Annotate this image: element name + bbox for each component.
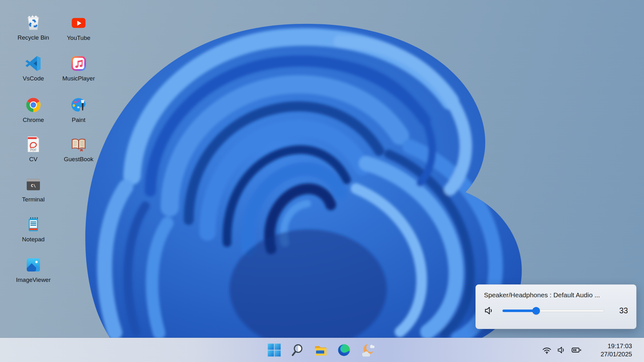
system-tray: 19:17:03 27/01/2025 <box>542 338 644 362</box>
clock-date: 27/01/2025 <box>601 350 632 358</box>
icon-label: Paint <box>72 117 85 123</box>
icon-label: VsCode <box>23 75 44 82</box>
icon-label: Terminal <box>22 196 45 203</box>
icon-label: ImageViewer <box>16 277 51 283</box>
volume-slider-fill <box>502 310 536 312</box>
recycle-bin-icon <box>25 14 42 31</box>
pdf-document-icon: PDF <box>25 135 42 153</box>
pdf-label: PDF <box>30 148 36 152</box>
speaker-low-icon[interactable] <box>484 305 494 316</box>
terminal-prompt-text: C\ <box>31 183 36 188</box>
desktop: Recycle Bin VsCode Chrome PDF CV <box>0 0 644 362</box>
desktop-icon-cv[interactable]: PDF CV <box>11 135 56 163</box>
file-explorer-button[interactable] <box>313 343 328 358</box>
volume-flyout-title: Speaker/Headphones : Default Audio ... <box>484 291 628 299</box>
chrome-icon <box>25 96 42 114</box>
icon-label: Chrome <box>23 117 44 123</box>
desktop-icon-youtube[interactable]: YouTube <box>56 14 101 41</box>
paint-icon <box>70 96 87 114</box>
notepad-icon <box>25 216 42 233</box>
volume-slider-thumb[interactable] <box>532 307 540 315</box>
icon-label: Recycle Bin <box>18 35 49 41</box>
wifi-icon[interactable] <box>542 346 552 354</box>
volume-flyout: Speaker/Headphones : Default Audio ... 3… <box>475 284 636 329</box>
start-button[interactable] <box>267 343 282 358</box>
desktop-icon-guestbook[interactable]: GuestBook <box>56 135 101 163</box>
edge-button[interactable] <box>336 343 352 358</box>
guestbook-icon <box>70 135 87 153</box>
icon-label: YouTube <box>67 35 91 41</box>
icon-label: GuestBook <box>64 156 93 163</box>
desktop-icon-paint[interactable]: Paint <box>56 96 101 123</box>
desktop-icon-vscode[interactable]: VsCode <box>11 55 56 82</box>
clock-time: 19:17:03 <box>601 342 632 350</box>
volume-icon[interactable] <box>557 346 567 354</box>
desktop-icon-imageviewer[interactable]: ImageViewer <box>11 256 56 283</box>
search-button[interactable] <box>290 343 305 358</box>
volume-value: 33 <box>615 306 628 315</box>
taskbar-center <box>267 338 375 362</box>
volume-slider[interactable] <box>502 307 604 315</box>
search-icon <box>290 343 305 357</box>
desktop-icon-musicplayer[interactable]: MusicPlayer <box>56 55 101 82</box>
vscode-icon <box>25 55 42 72</box>
icon-label: CV <box>29 156 37 163</box>
music-player-icon <box>70 55 87 72</box>
desktop-icon-notepad[interactable]: Notepad <box>11 216 56 243</box>
moon-clouds-icon <box>360 343 375 357</box>
battery-icon[interactable] <box>571 346 582 354</box>
icon-label: MusicPlayer <box>62 75 95 82</box>
weather-button[interactable] <box>360 343 375 358</box>
youtube-icon <box>70 14 87 32</box>
taskbar: 19:17:03 27/01/2025 <box>0 338 644 362</box>
edge-browser-icon <box>337 343 351 357</box>
clock[interactable]: 19:17:03 27/01/2025 <box>601 342 632 358</box>
windows-start-icon <box>267 343 281 357</box>
desktop-icon-recycle-bin[interactable]: Recycle Bin <box>11 14 56 41</box>
image-viewer-icon <box>25 256 42 274</box>
desktop-icon-terminal[interactable]: C\ Terminal <box>11 176 56 203</box>
desktop-icon-chrome[interactable]: Chrome <box>11 96 56 123</box>
folder-icon <box>314 343 328 357</box>
terminal-icon: C\ <box>25 176 42 193</box>
icon-label: Notepad <box>22 236 45 243</box>
